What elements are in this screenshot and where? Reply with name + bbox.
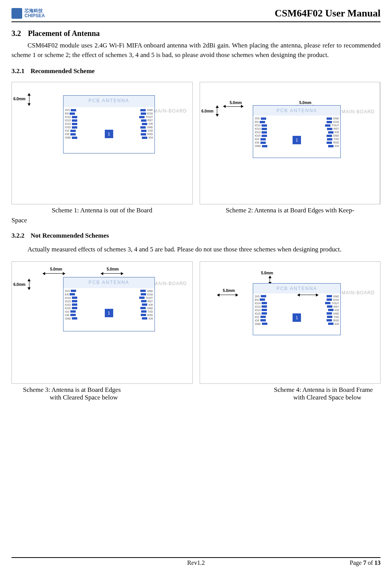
pin-label: GND [65, 317, 78, 320]
pin-label: IO4 [139, 136, 153, 139]
chip-marker-s3: 1 [105, 309, 113, 317]
logo-line1: 芯海科技 [24, 8, 43, 13]
figure-scheme-1: 6.0mm MAIN-BOARD PCB ANTENNA 3V3ENIO14IO… [11, 82, 193, 204]
pin-label: RST [325, 305, 339, 308]
pin-label: IO0 [255, 141, 267, 144]
pin-label: IO13 [255, 309, 267, 311]
pin-label: GND [139, 290, 153, 292]
subsection-title-2: Not Recommended Schemes [31, 232, 109, 239]
pin-label: IO14 [255, 302, 267, 305]
pin-label: IO0 [65, 133, 78, 135]
revision-label: Rev1.2 [187, 559, 205, 566]
pin-label: TOUT [139, 297, 153, 299]
pin-label: RXD [139, 133, 153, 135]
pin-block-s3: 3V3ENIO14IO13IO13IO15IO2IO0GND 1 GNDIO16… [63, 288, 155, 331]
caption-scheme-3-l2: with Cleared Space below [23, 394, 118, 401]
dim-6mm-s1: 6.0mm [13, 97, 26, 101]
caption-scheme-3-l1: Scheme 3: Antenna is at Board Edges [23, 386, 121, 393]
main-board-label-s1: MAIN-BOARD [154, 108, 187, 114]
pin-label: IO0 [65, 314, 78, 316]
page-indicator: Page 7 of 13 [350, 559, 381, 566]
pin-label: GND [325, 312, 339, 315]
figure-scheme-4: 5.0mm 5.0mm 5.0mm MAIN-BOARD PCB ANTENNA… [200, 261, 381, 384]
pin-label: IO13 [65, 300, 78, 303]
pin-label: 3V3 [255, 117, 267, 120]
pin-label: RXD [139, 314, 153, 316]
pin-label: IO16 [325, 121, 339, 123]
subsection-title: Recommended Scheme [31, 67, 95, 75]
pin-label: IO13 [255, 127, 267, 130]
figure-row-not-recommended: 6.0mm 5.0mm 5.0mm MAIN-BOARD PCB ANTENNA… [11, 261, 381, 384]
pin-label: RST [139, 119, 153, 122]
pin-label: GND [65, 136, 78, 139]
chip-icon [11, 8, 22, 19]
chip-marker-s1: 1 [105, 130, 113, 138]
subsection-heading-2: 3.2.2 Not Recommended Schemes [11, 232, 381, 240]
pin-label: GND [139, 307, 153, 310]
brand-logo: 芯海科技 CHIPSEA [11, 8, 45, 19]
pcb-antenna-band-s2: PCB ANTENNA [253, 106, 340, 116]
caption-row-2: Scheme 3: Antenna is at Board Edges with… [11, 386, 381, 401]
subsection-2-paragraph: Actually measured effects of schemes 3, … [28, 245, 381, 254]
pin-label: 3V3 [65, 109, 78, 111]
pin-label: IO4 [139, 317, 153, 320]
pin-label: GND [325, 134, 339, 137]
caption-scheme-1: Scheme 1: Antenna is out of the Board [11, 207, 193, 214]
pin-label: EN [255, 121, 267, 123]
dim-5mm-s3a: 5.0mm [50, 267, 62, 271]
pin-block-s1: 3V3ENIO14IO13IO13IO15IO2IO0GND 1 GNDIO16… [63, 107, 155, 153]
dim-5mm-s4top: 5.0mm [261, 271, 273, 275]
pin-label: TXD [139, 129, 153, 132]
pin-label: GND [139, 126, 153, 129]
pcb-antenna-band-s1: PCB ANTENNA [63, 96, 155, 107]
figure-scheme-2: 6.0mm 5.0mm 5.0mm MAIN-BOARD PCB ANTENNA… [200, 82, 381, 204]
dim-6mm-s3: 6.0mm [13, 282, 26, 287]
pin-label: 3V3 [65, 290, 78, 292]
pin-label: TOUT [139, 116, 153, 118]
caption-scheme-4-l1: Scheme 4: Antenna is in Board Frame [274, 386, 373, 393]
section-number: 3.2 [11, 29, 21, 38]
pin-label: RXD [325, 141, 339, 144]
pin-label: GND [325, 117, 339, 120]
dim-5mm-s4a: 5.0mm [223, 289, 235, 293]
figure-scheme-3: 6.0mm 5.0mm 5.0mm MAIN-BOARD PCB ANTENNA… [11, 261, 193, 384]
pin-label: EN [65, 293, 78, 296]
chip-marker-s2: 1 [293, 136, 301, 144]
document-title: CSM64F02 User Manual [275, 8, 381, 19]
subsection-number-2: 3.2.2 [11, 232, 24, 239]
section-heading: 3.2 Placement of Antenna [11, 29, 381, 38]
dim-6mm-s2: 6.0mm [202, 109, 214, 113]
pin-label: IO15 [65, 126, 78, 129]
pin-label: IO14 [255, 124, 267, 127]
subsection-number: 3.2.1 [11, 67, 24, 75]
section-paragraph: CSM64F02 module uses 2.4G Wi-Fi MIFA onb… [11, 41, 381, 60]
pin-label: RST [325, 127, 339, 130]
pin-label: GND [325, 295, 339, 298]
subsection-heading: 3.2.1 Recommended Scheme [11, 67, 381, 75]
pin-label: RST [139, 300, 153, 303]
pin-label: IO4 [325, 323, 339, 325]
caption-scheme-2-trail: Space [11, 217, 381, 224]
main-board-label-s4: MAIN-BOARD [342, 290, 375, 295]
pin-label: IO5 [139, 303, 153, 306]
pin-label: IO14 [65, 297, 78, 299]
pin-label: 3V3 [255, 295, 267, 298]
pin-label: IO2 [255, 138, 267, 140]
pin-label: RXD [325, 319, 339, 322]
dim-5mm-s3b: 5.0mm [107, 267, 119, 271]
pin-label: IO5 [139, 122, 153, 125]
pin-label: GND [139, 109, 153, 111]
pin-label: EN [255, 298, 267, 301]
pin-label: TOUT [325, 302, 339, 305]
pin-label: IO13 [255, 305, 267, 308]
pin-label: IO13 [65, 119, 78, 122]
pin-label: IO16 [139, 293, 153, 296]
pin-label: IO2 [65, 129, 78, 132]
caption-scheme-2: Scheme 2: Antenna is at Board Edges with… [200, 207, 381, 214]
pin-label: IO15 [255, 312, 267, 315]
pin-label: GND [255, 323, 267, 325]
pin-label: IO13 [65, 122, 78, 125]
pcb-antenna-band-s3: PCB ANTENNA [63, 277, 155, 288]
chip-marker-s4: 1 [293, 313, 301, 322]
pin-label: IO5 [325, 309, 339, 311]
